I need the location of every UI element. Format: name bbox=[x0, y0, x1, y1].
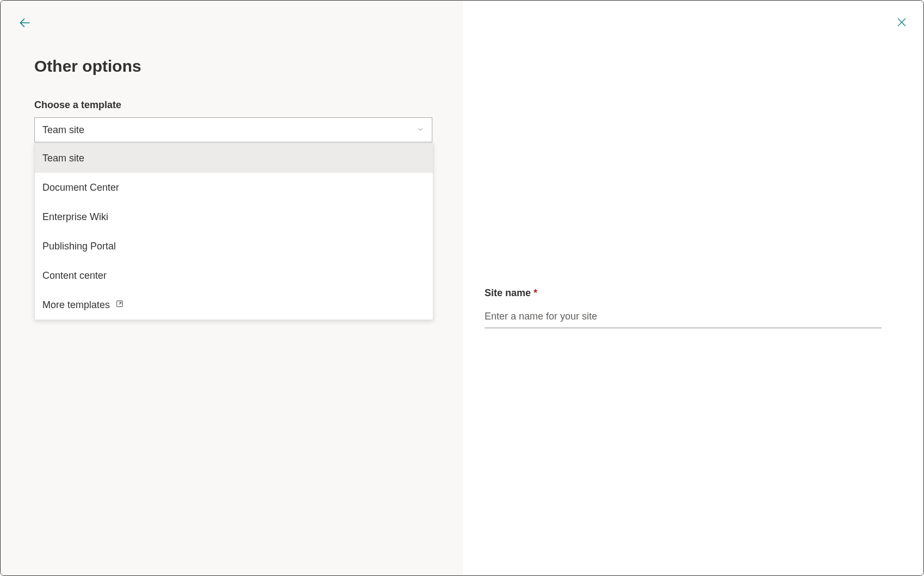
site-name-label: Site name * bbox=[485, 287, 902, 299]
template-option-label: More templates bbox=[42, 299, 110, 311]
template-option-content-center[interactable]: Content center bbox=[35, 261, 433, 290]
template-option-team-site[interactable]: Team site bbox=[35, 143, 433, 173]
close-button[interactable] bbox=[895, 16, 908, 31]
template-select[interactable]: Team site bbox=[34, 117, 432, 142]
chevron-down-icon bbox=[417, 124, 424, 136]
template-option-label: Document Center bbox=[42, 182, 119, 193]
template-option-document-center[interactable]: Document Center bbox=[35, 173, 433, 202]
required-indicator: * bbox=[534, 287, 537, 298]
template-option-label: Enterprise Wiki bbox=[42, 211, 108, 223]
external-link-icon bbox=[115, 299, 124, 311]
template-option-enterprise-wiki[interactable]: Enterprise Wiki bbox=[35, 202, 433, 231]
template-option-more-templates[interactable]: More templates bbox=[35, 290, 433, 320]
template-option-label: Team site bbox=[42, 153, 84, 164]
template-label: Choose a template bbox=[34, 99, 463, 111]
template-select-value: Team site bbox=[42, 124, 84, 136]
site-name-label-text: Site name bbox=[485, 287, 531, 298]
close-icon bbox=[895, 16, 908, 29]
site-name-input[interactable] bbox=[485, 305, 882, 328]
template-option-label: Content center bbox=[42, 270, 107, 281]
page-title: Other options bbox=[34, 57, 463, 76]
template-option-publishing-portal[interactable]: Publishing Portal bbox=[35, 231, 433, 261]
back-button[interactable] bbox=[18, 16, 32, 32]
template-option-label: Publishing Portal bbox=[42, 241, 116, 252]
template-dropdown: Team site Document Center Enterprise Wik… bbox=[34, 143, 433, 320]
arrow-left-icon bbox=[18, 16, 32, 30]
